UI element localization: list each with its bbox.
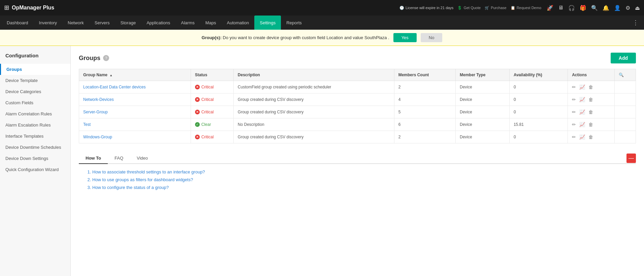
banner: Group(s): Do you want to create device g… xyxy=(0,30,644,46)
cell-member-type: Device xyxy=(456,131,510,143)
chart-icon[interactable]: 📈 xyxy=(579,134,585,140)
delete-icon[interactable]: 🗑 xyxy=(588,84,593,90)
howto-item-1[interactable]: How to associate threshold settings to a… xyxy=(92,169,629,174)
sidebar-item-device-template[interactable]: Device Template xyxy=(0,75,70,86)
rocket-icon[interactable]: 🚀 xyxy=(547,5,553,11)
cell-group-name[interactable]: Location-East Data Center devices xyxy=(79,81,191,93)
cell-member-type: Device xyxy=(456,93,510,106)
nav-storage[interactable]: Storage xyxy=(115,16,141,30)
sidebar-item-device-down-settings[interactable]: Device Down Settings xyxy=(0,153,70,164)
chart-icon[interactable]: 📈 xyxy=(579,122,585,127)
bell-icon[interactable]: 🔔 xyxy=(603,5,609,11)
cell-availability: 0 xyxy=(509,131,568,143)
settings-icon[interactable]: ⚙ xyxy=(625,5,630,11)
table-row: Windows-Group ✕Critical Group created du… xyxy=(79,131,636,143)
help-content: How to associate threshold settings to a… xyxy=(79,164,636,198)
headset-icon[interactable]: 🎧 xyxy=(568,5,575,11)
license-notice: 🕐 License will expire in 21 days xyxy=(399,6,453,10)
chart-icon[interactable]: 📈 xyxy=(579,109,585,115)
request-demo-link[interactable]: 📋 Request Demo xyxy=(511,6,541,10)
help-icon[interactable]: ? xyxy=(103,55,109,61)
col-actions: Actions xyxy=(568,69,615,81)
nav-reports[interactable]: Reports xyxy=(281,16,307,30)
page-title-row: Groups ? xyxy=(79,55,109,62)
cell-group-name[interactable]: Network-Devices xyxy=(79,93,191,106)
nav-inventory[interactable]: Inventory xyxy=(34,16,62,30)
top-icons: 🚀 🖥 🎧 🎁 🔍 🔔 👤 ⚙ ⏏ xyxy=(547,5,640,11)
nav-settings[interactable]: Settings xyxy=(254,16,281,30)
edit-icon[interactable]: ✏ xyxy=(572,97,576,102)
user-icon[interactable]: 👤 xyxy=(614,5,621,11)
banner-yes-button[interactable]: Yes xyxy=(393,33,417,42)
howto-item-2[interactable]: How to use groups as filters for dashboa… xyxy=(92,177,629,182)
delete-icon[interactable]: 🗑 xyxy=(588,134,593,140)
sidebar-item-interface-templates[interactable]: Interface Templates xyxy=(0,131,70,142)
nav-alarms[interactable]: Alarms xyxy=(175,16,200,30)
nav-network[interactable]: Network xyxy=(62,16,89,30)
purchase-link[interactable]: 🛒 Purchase xyxy=(485,6,506,10)
nav-servers[interactable]: Servers xyxy=(89,16,115,30)
edit-icon[interactable]: ✏ xyxy=(572,122,576,127)
sidebar-item-custom-fields[interactable]: Custom Fields xyxy=(0,97,70,108)
tab-video[interactable]: Video xyxy=(130,153,155,163)
edit-icon[interactable]: ✏ xyxy=(572,84,576,90)
col-status: Status xyxy=(191,69,233,81)
logout-icon[interactable]: ⏏ xyxy=(635,5,640,11)
chart-icon[interactable]: 📈 xyxy=(579,97,585,102)
nav-automation[interactable]: Automation xyxy=(221,16,254,30)
cell-group-name[interactable]: Server-Group xyxy=(79,106,191,118)
add-button[interactable]: Add xyxy=(611,53,636,63)
delete-icon[interactable]: 🗑 xyxy=(588,97,593,102)
cell-description: No Description xyxy=(233,118,394,131)
cell-actions: ✏ 📈 🗑 xyxy=(568,118,615,131)
delete-icon[interactable]: 🗑 xyxy=(588,109,593,115)
critical-icon: ✕ xyxy=(195,97,200,102)
main-content: Groups ? Add Group Name ▲ Status Descrip… xyxy=(71,46,644,276)
cell-empty xyxy=(614,81,636,93)
sidebar-item-groups[interactable]: Groups xyxy=(0,64,70,75)
collapse-button[interactable]: — xyxy=(626,154,636,163)
critical-icon: ✕ xyxy=(195,110,200,114)
search-icon[interactable]: 🔍 xyxy=(591,5,598,11)
delete-icon[interactable]: 🗑 xyxy=(588,122,593,127)
bottom-tabs: How To FAQ Video — xyxy=(79,153,636,164)
monitor-icon[interactable]: 🖥 xyxy=(558,5,564,11)
critical-icon: ✕ xyxy=(195,135,200,139)
nav-applications[interactable]: Applications xyxy=(141,16,175,30)
nav-dashboard[interactable]: Dashboard xyxy=(1,16,34,30)
banner-text: Group(s): Do you want to create device g… xyxy=(202,35,389,40)
edit-icon[interactable]: ✏ xyxy=(572,109,576,115)
cell-status: ✕Critical xyxy=(191,106,233,118)
cell-group-name[interactable]: Test xyxy=(79,118,191,131)
edit-icon[interactable]: ✏ xyxy=(572,134,576,140)
sidebar-item-quick-wizard[interactable]: Quick Configuration Wizard xyxy=(0,164,70,175)
cell-empty xyxy=(614,118,636,131)
cell-actions: ✏ 📈 🗑 xyxy=(568,106,615,118)
cell-group-name[interactable]: Windows-Group xyxy=(79,131,191,143)
cell-empty xyxy=(614,106,636,118)
sidebar-item-device-categories[interactable]: Device Categories xyxy=(0,86,70,97)
cell-member-type: Device xyxy=(456,106,510,118)
critical-icon: ✕ xyxy=(195,85,200,89)
sidebar-item-downtime-schedules[interactable]: Device Downtime Schedules xyxy=(0,142,70,153)
cell-members-count: 5 xyxy=(394,106,455,118)
cell-status: ✕Critical xyxy=(191,93,233,106)
cell-status: ✕Critical xyxy=(191,131,233,143)
sidebar-item-alarm-escalation[interactable]: Alarm Escalation Rules xyxy=(0,119,70,131)
nav-maps[interactable]: Maps xyxy=(200,16,222,30)
sort-icon: ▲ xyxy=(109,74,112,77)
gift-icon[interactable]: 🎁 xyxy=(580,5,586,11)
chart-icon[interactable]: 📈 xyxy=(579,84,585,90)
sidebar-item-alarm-correlation[interactable]: Alarm Correlation Rules xyxy=(0,108,70,119)
get-quote-link[interactable]: 💲 Get Quote xyxy=(457,6,481,10)
cell-empty xyxy=(614,93,636,106)
howto-item-3[interactable]: How to configure the status of a group? xyxy=(92,185,629,190)
nav-more-icon[interactable]: ⋮ xyxy=(629,19,643,26)
tab-howto[interactable]: How To xyxy=(79,153,108,164)
clear-icon: ✓ xyxy=(195,122,200,127)
cell-availability: 0 xyxy=(509,93,568,106)
tab-faq[interactable]: FAQ xyxy=(108,153,130,163)
cell-members-count: 4 xyxy=(394,93,455,106)
cell-description: CustomField group created using periodic… xyxy=(233,81,394,93)
banner-no-button[interactable]: No xyxy=(421,33,443,42)
